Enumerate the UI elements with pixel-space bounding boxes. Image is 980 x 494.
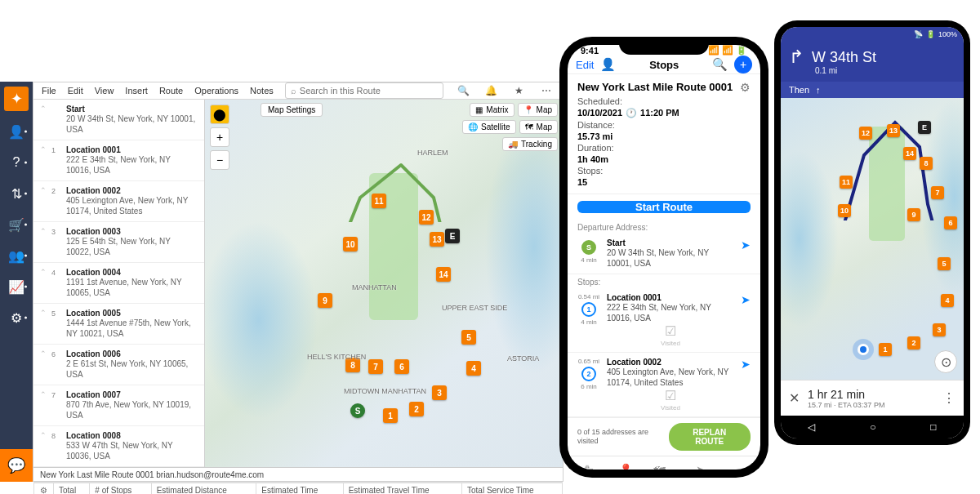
tab-map[interactable]: 🗺Map bbox=[653, 464, 666, 470]
tab-routes[interactable]: 🛣Routes bbox=[577, 464, 598, 470]
menu-route[interactable]: Route bbox=[159, 86, 183, 96]
map-marker-10[interactable]: 10 bbox=[343, 237, 358, 251]
user-icon[interactable]: 👤 bbox=[600, 57, 616, 72]
android-marker-9[interactable]: 9 bbox=[907, 208, 920, 221]
stop-row[interactable]: ⌃ 5 Location 0005 1444 1st Avenue #75th,… bbox=[33, 304, 204, 345]
navigate-icon[interactable]: ➤ bbox=[741, 238, 751, 269]
android-marker-13[interactable]: 13 bbox=[887, 124, 900, 137]
start-route-button[interactable]: Start Route bbox=[577, 201, 751, 213]
nav-add-user-icon[interactable]: 👤 bbox=[4, 121, 29, 142]
navigate-icon[interactable]: ➤ bbox=[741, 358, 751, 412]
zoom-out-button[interactable]: − bbox=[210, 150, 229, 170]
menu-file[interactable]: File bbox=[42, 86, 56, 96]
summary-gear-icon[interactable]: ⚙ bbox=[34, 483, 54, 495]
route-settings-icon[interactable]: ⚙ bbox=[740, 81, 751, 94]
android-marker-1[interactable]: 1 bbox=[879, 343, 892, 356]
map-marker-6[interactable]: 6 bbox=[394, 359, 409, 374]
iphone-stop-card[interactable]: S4 min Start20 W 34th St, New York, NY 1… bbox=[568, 234, 760, 274]
search-box[interactable]: ⌕ bbox=[285, 82, 443, 99]
android-marker-6[interactable]: 6 bbox=[944, 216, 957, 229]
back-key[interactable]: ◁ bbox=[808, 421, 815, 433]
stop-row[interactable]: ⌃ 1 Location 0001 222 E 34th St, New Yor… bbox=[33, 140, 204, 181]
map-marker-12[interactable]: 12 bbox=[419, 210, 434, 225]
home-key[interactable]: ○ bbox=[870, 421, 875, 433]
star-icon[interactable]: ★ bbox=[510, 85, 527, 96]
map-marker-5[interactable]: 5 bbox=[461, 330, 476, 345]
map-marker-11[interactable]: 11 bbox=[372, 194, 386, 208]
android-marker-10[interactable]: 10 bbox=[838, 204, 851, 217]
navigate-icon[interactable]: ➤ bbox=[741, 293, 751, 347]
tab-navigation[interactable]: ➤Navigation bbox=[685, 463, 716, 470]
tracking-toggle[interactable]: 🚚Tracking bbox=[502, 137, 558, 151]
map-marker-7[interactable]: 7 bbox=[368, 359, 383, 374]
stop-list[interactable]: ⌃ Start 20 W 34th St, New York, NY 10001… bbox=[33, 100, 205, 467]
tab-more[interactable]: ⋯More bbox=[736, 463, 751, 470]
stop-row[interactable]: ⌃ 3 Location 0003 125 E 54th St, New Yor… bbox=[33, 222, 204, 263]
android-marker-E[interactable]: E bbox=[918, 121, 931, 134]
map-marker-3[interactable]: 3 bbox=[432, 385, 447, 400]
map-marker-9[interactable]: 9 bbox=[318, 293, 332, 308]
android-marker-2[interactable]: 2 bbox=[907, 336, 920, 349]
map-marker-2[interactable]: 2 bbox=[409, 402, 424, 416]
stop-row[interactable]: ⌃ 6 Location 0006 2 E 61st St, New York,… bbox=[33, 345, 204, 385]
recenter-button[interactable]: ⊙ bbox=[934, 350, 957, 373]
android-marker-14[interactable]: 14 bbox=[903, 147, 916, 160]
stop-row[interactable]: ⌃ 4 Location 0004 1191 1st Avenue, New Y… bbox=[33, 263, 204, 304]
bell-icon[interactable]: 🔔 bbox=[483, 85, 499, 96]
android-marker-11[interactable]: 11 bbox=[840, 176, 853, 189]
map-toggle-top[interactable]: 📍Map bbox=[518, 103, 558, 117]
map-marker-13[interactable]: 13 bbox=[430, 232, 444, 247]
stop-row[interactable]: ⌃ 7 Location 0007 870 7th Ave, New York,… bbox=[33, 385, 204, 426]
edit-button[interactable]: Edit bbox=[576, 59, 594, 71]
tab-stops[interactable]: 📍Stops bbox=[617, 463, 634, 470]
stop-row[interactable]: ⌃ Start 20 W 34th St, New York, NY 10001… bbox=[33, 100, 204, 140]
menu-view[interactable]: View bbox=[95, 86, 114, 96]
satellite-toggle[interactable]: 🌐Satellite bbox=[462, 120, 516, 134]
iphone-stop-card[interactable]: 0.65 mi26 min Location 0002405 Lexington… bbox=[568, 353, 760, 417]
search-submit-icon[interactable]: 🔍 bbox=[455, 85, 471, 96]
stop-num: 7 bbox=[51, 390, 61, 421]
close-nav-button[interactable]: ✕ bbox=[789, 390, 800, 406]
nav-help-icon[interactable]: ? bbox=[4, 152, 29, 173]
map-marker-start[interactable]: S bbox=[350, 403, 365, 418]
menu-insert[interactable]: Insert bbox=[125, 86, 148, 96]
map-marker-4[interactable]: 4 bbox=[466, 361, 481, 376]
android-marker-4[interactable]: 4 bbox=[941, 294, 954, 307]
search-icon[interactable]: 🔍 bbox=[712, 57, 728, 72]
map-marker-end[interactable]: E bbox=[445, 229, 460, 243]
map-pane[interactable]: S 1 2 3 4 5 6 7 8 9 10 11 12 13 14 E HAR… bbox=[205, 100, 563, 467]
iphone-stop-card[interactable]: 0.54 mi14 min Location 0001222 E 34th St… bbox=[568, 288, 760, 353]
android-marker-8[interactable]: 8 bbox=[920, 157, 933, 170]
menu-operations[interactable]: Operations bbox=[194, 86, 238, 96]
menu-edit[interactable]: Edit bbox=[68, 86, 83, 96]
nav-team-icon[interactable]: 👥 bbox=[4, 245, 29, 266]
android-marker-12[interactable]: 12 bbox=[859, 127, 872, 140]
eta-more-icon[interactable]: ⋮ bbox=[942, 390, 956, 406]
stop-row[interactable]: ⌃ 8 Location 0008 533 W 47th St, New Yor… bbox=[33, 426, 204, 467]
nav-analytics-icon[interactable]: 📈 bbox=[4, 276, 29, 297]
menu-notes[interactable]: Notes bbox=[250, 86, 274, 96]
map-marker-14[interactable]: 14 bbox=[436, 267, 451, 282]
android-map[interactable]: 1234567891011121314E ⊙ bbox=[781, 98, 964, 380]
recent-key[interactable]: □ bbox=[930, 421, 936, 433]
android-marker-3[interactable]: 3 bbox=[933, 323, 946, 336]
nav-routes-icon[interactable]: ⇅ bbox=[4, 183, 29, 204]
map-settings-button[interactable]: Map Settings bbox=[261, 103, 323, 117]
zoom-in-button[interactable]: + bbox=[210, 127, 229, 147]
pegman-icon[interactable]: ⬤ bbox=[210, 105, 229, 124]
stop-addr: 533 W 47th St, New York, NY 10036, USA bbox=[66, 440, 198, 461]
add-button[interactable]: + bbox=[734, 56, 752, 73]
matrix-toggle[interactable]: ▦Matrix bbox=[470, 103, 514, 117]
more-icon[interactable]: ⋯ bbox=[538, 85, 555, 96]
android-marker-5[interactable]: 5 bbox=[938, 257, 951, 270]
search-input[interactable] bbox=[300, 86, 438, 96]
stop-addr: 1191 1st Avenue, New York, NY 10065, USA bbox=[66, 277, 198, 298]
android-marker-7[interactable]: 7 bbox=[931, 186, 944, 199]
nav-user-settings-icon[interactable]: ⚙ bbox=[4, 307, 29, 328]
chat-button[interactable]: 💬 bbox=[0, 449, 33, 482]
replan-button[interactable]: REPLAN ROUTE bbox=[669, 423, 751, 451]
nav-orders-icon[interactable]: 🛒 bbox=[4, 214, 29, 235]
stop-row[interactable]: ⌃ 2 Location 0002 405 Lexington Ave, New… bbox=[33, 181, 204, 222]
map-toggle[interactable]: 🗺Map bbox=[519, 120, 558, 134]
map-marker-1[interactable]: 1 bbox=[383, 408, 398, 423]
